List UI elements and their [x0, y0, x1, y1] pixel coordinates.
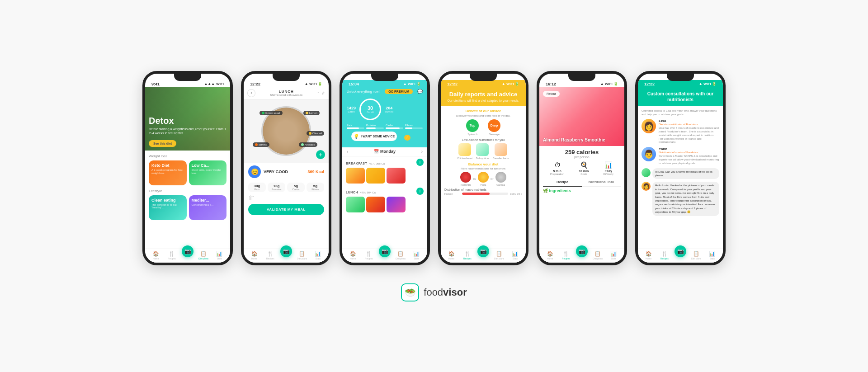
camera-btn-6[interactable]: 📷	[675, 245, 686, 257]
camera-icon-2: 📷	[283, 248, 290, 254]
low-carb-card[interactable]: Low Ca... Short term, quick weight loss.	[189, 160, 227, 185]
stats-label-6: Stats	[710, 257, 715, 260]
camera-icon-6: 📷	[677, 248, 684, 254]
mediterranean-card[interactable]: Mediter... Constructing a d...	[189, 195, 227, 220]
nav-dietplans-5[interactable]: 📋 Diet plans	[590, 251, 606, 260]
nav-dietplans-2[interactable]: 📋 Diet plans	[294, 251, 310, 260]
recipe-content: 259 calories per person ⏱ 5 min Preparat…	[539, 146, 624, 249]
phone-meal-detail: 12:22 ▲ WiFi 🔋 ‹ LUNCH Shrimp salad with…	[241, 71, 331, 265]
macro-bar-fats-track	[347, 127, 364, 129]
nutri-header: Custom consultations with our nutritioni…	[638, 87, 723, 106]
bottom-nav-2: 🏠 Home 🍴 Recipes 📷 📋 Diet plans 📊 Stats	[244, 249, 329, 263]
phone-diet-plans: 9:41 ▲▲▲ WiFi Detox Before starting a we…	[142, 71, 233, 265]
nav-camera-4[interactable]: 📷	[475, 251, 491, 260]
nav-home-6[interactable]: 🏠 Home	[641, 251, 656, 260]
dietplans-icon-5: 📋	[594, 251, 601, 257]
nav-stats-4[interactable]: 📊 Stats	[507, 251, 523, 260]
diet-content: Weight loss Keto Diet A 2-week program f…	[145, 151, 230, 249]
validate-meal-button[interactable]: VALIDATE MY MEAL	[248, 204, 324, 215]
add-breakfast-btn[interactable]: +	[416, 159, 424, 166]
nav-home-5[interactable]: 🏠 Home	[542, 251, 558, 260]
camera-btn-5[interactable]: 📷	[576, 245, 588, 257]
nutri-bubble: Hello Lucie. I looked at the pictures of…	[652, 182, 719, 216]
share-icon[interactable]: ↑	[317, 91, 320, 95]
advice-button[interactable]: 💡 I WANT SOME ADVICE	[351, 132, 397, 141]
home-label-3: Home	[350, 257, 356, 260]
nav-recipes-5[interactable]: 🍴 Recipes	[558, 251, 574, 260]
keto-sub: A 2-week program for fast weightloss.	[151, 169, 184, 176]
status-bar-3: 15:04 ▲ WiFi 🔋	[342, 80, 427, 87]
nav-camera-1[interactable]: 📷	[179, 251, 195, 260]
dietplans-label-1: Diet plans	[198, 257, 208, 260]
clean-eating-card[interactable]: Clean eating The concept is to eat "heal…	[149, 195, 187, 220]
nav-recipes-1[interactable]: 🍴 Recipes	[164, 251, 179, 260]
nav-home-2[interactable]: 🏠 Home	[246, 251, 262, 260]
nav-recipes-2[interactable]: 🍴 Recipes	[262, 251, 278, 260]
nav-camera-6[interactable]: 📷	[672, 251, 688, 260]
nav-stats-5[interactable]: 📊 Stats	[606, 251, 622, 260]
nav-recipes-4[interactable]: 🍴 Recipes	[459, 251, 475, 260]
stats-icon-3: 📊	[413, 251, 420, 257]
nav-home-4[interactable]: 🏠 Home	[443, 251, 459, 260]
premium-button[interactable]: GO PREMIUM	[385, 89, 413, 94]
tab-recipe[interactable]: Recipe	[543, 178, 582, 187]
nav-recipes-6[interactable]: 🍴 Recipes	[656, 251, 672, 260]
nav-camera-5[interactable]: 📷	[574, 251, 590, 260]
brand-name: foodvisor	[424, 287, 467, 298]
bottom-nav-3: 🏠 Home 🍴 Recipes 📷 📋 Diet plans 📊 Stats	[342, 249, 427, 263]
camera-btn-1[interactable]: 📷	[182, 245, 193, 257]
nav-home-1[interactable]: 🏠 Home	[148, 251, 164, 260]
camera-icon-5: 📷	[579, 248, 585, 254]
camera-btn-4[interactable]: 📷	[477, 245, 489, 257]
nav-dietplans-6[interactable]: 📋 Diet plans	[689, 251, 704, 260]
protein-row: Protein 100 / 70 g	[444, 193, 522, 195]
camera-btn-2[interactable]: 📷	[280, 245, 292, 257]
reports-title: Daily reports and advice	[445, 91, 521, 98]
nav-home-3[interactable]: 🏠 Home	[345, 251, 361, 260]
plate-area: Green salad Lemon Shrimp Olive oil Avoca…	[244, 99, 329, 163]
back-button[interactable]: ‹	[247, 89, 255, 97]
see-diet-button[interactable]: See this diet	[149, 140, 176, 147]
bookmark-icon[interactable]: ☆	[321, 91, 325, 95]
rating-left: 😊 VERY GOOD	[248, 165, 288, 178]
camera-btn-3[interactable]: 📷	[379, 245, 391, 257]
prev-day-btn[interactable]: ‹	[347, 149, 348, 154]
nav-camera-2[interactable]: 📷	[278, 251, 294, 260]
rating-text: VERY GOOD	[264, 170, 288, 174]
meta-prep: ⏱ 5 min Preparation	[550, 161, 564, 175]
carbs-val: 5g	[294, 184, 298, 188]
or-text-2: Or	[491, 178, 494, 180]
chat-icon[interactable]: 💬	[417, 89, 423, 94]
keto-diet-card[interactable]: Keto Diet A 2-week program for fast weig…	[149, 160, 187, 185]
add-ingredient-button[interactable]: +	[316, 150, 325, 159]
phone-nutritionist: 12:22 ▲ WiFi 🔋 Custom consultations with…	[635, 71, 726, 265]
nav-dietplans-4[interactable]: 📋 Diet plans	[491, 251, 507, 260]
protein-label: Protein	[444, 193, 460, 195]
difficulty-icon: 📊	[604, 161, 612, 169]
nav-stats-6[interactable]: 📊 Stats	[704, 251, 720, 260]
nav-stats-3[interactable]: 📊 Stats	[409, 251, 425, 260]
nav-stats-2[interactable]: 📊 Stats	[310, 251, 326, 260]
recipes-icon-6: 🍴	[661, 251, 668, 257]
meal-rating: 😊 VERY GOOD 369 Kcal	[244, 163, 329, 181]
next-day-btn[interactable]: ›	[421, 149, 423, 154]
burned-val: 204	[386, 106, 392, 110]
macro-bar-fibres-fill	[405, 127, 412, 129]
retour-button[interactable]: Retour	[543, 91, 560, 97]
delete-icon[interactable]: 🗑	[248, 194, 255, 201]
clean-eating-sub: The concept is to eat "healthy"...	[151, 203, 184, 209]
nav-camera-3[interactable]: 📷	[377, 251, 392, 260]
nav-dietplans-1[interactable]: 📋 Diet plans	[196, 251, 212, 260]
lunch-cal: 470 / 584 Cal	[360, 191, 376, 194]
nav-stats-1[interactable]: 📊 Stats	[212, 251, 227, 260]
nav-recipes-3[interactable]: 🍴 Recipes	[361, 251, 377, 260]
add-lunch-btn[interactable]: +	[416, 188, 424, 195]
nutri-subtitle: Unlimited access to Elsa and Yann who an…	[642, 109, 719, 117]
keto-title: Keto Diet	[151, 163, 184, 168]
drop-food-label: Sausage	[489, 133, 500, 136]
tab-nutritional[interactable]: Nutritional info	[582, 178, 621, 186]
nav-dietplans-3[interactable]: 📋 Diet plans	[393, 251, 409, 260]
status-time-6: 12:22	[644, 82, 655, 86]
eaten-label: Eaten	[348, 110, 355, 113]
user-chat-avatar	[642, 168, 651, 177]
